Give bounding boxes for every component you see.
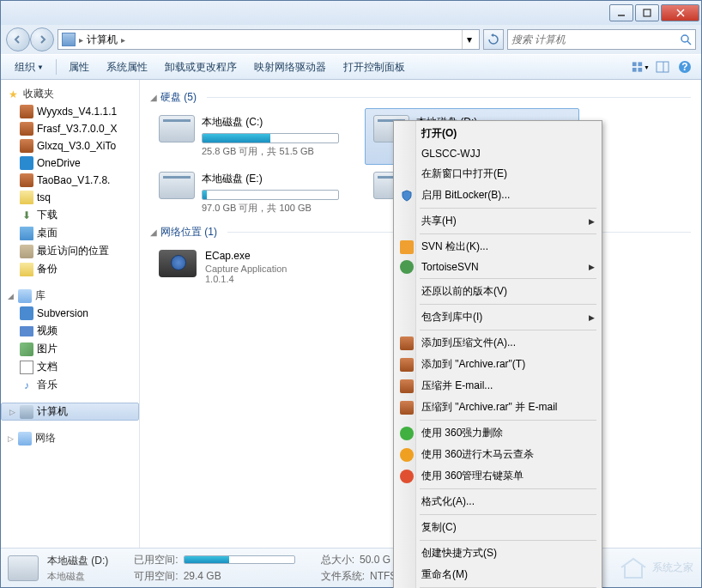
drive-item[interactable]: 本地磁盘 (E:) 97.0 GB 可用，共 100 GB: [150, 165, 365, 221]
map-drive-button[interactable]: 映射网络驱动器: [247, 57, 333, 78]
svg-text:?: ?: [681, 61, 687, 73]
context-menu-item[interactable]: 还原以前的版本(V): [396, 281, 600, 302]
menu-separator: [420, 514, 596, 515]
minimize-button[interactable]: [609, 4, 633, 21]
sidebar-fav-item[interactable]: OneDrive: [1, 155, 139, 172]
menu-item-label: 使用 360强力删除: [421, 426, 503, 440]
menu-separator: [420, 208, 596, 209]
breadcrumb-arrow[interactable]: ▸: [121, 35, 125, 45]
svg-rect-9: [638, 68, 642, 72]
chevron-down-icon: ◢: [150, 227, 157, 237]
submenu-arrow-icon: ▶: [589, 263, 595, 271]
sidebar-fav-item[interactable]: Glxzq_V3.0_XiTo: [1, 137, 139, 155]
context-menu-item[interactable]: 使用 360进行木马云查杀: [396, 444, 600, 465]
breadcrumb-computer[interactable]: 计算机: [87, 33, 118, 47]
svn-icon: [20, 306, 33, 320]
sidebar-computer[interactable]: ▷ 计算机: [1, 403, 139, 421]
control-panel-button[interactable]: 打开控制面板: [336, 57, 412, 78]
library-icon: [18, 289, 32, 303]
context-menu-item[interactable]: 添加到 "Archive.rar"(T): [396, 354, 600, 375]
address-dropdown[interactable]: ▾: [462, 30, 475, 49]
menu-item-label: SVN 检出(K)...: [421, 239, 488, 254]
sidebar-fav-item[interactable]: 备份: [1, 260, 139, 278]
tortoise-icon: [399, 259, 415, 275]
back-button[interactable]: [6, 27, 30, 52]
menu-item-label: 添加到 "Archive.rar"(T): [421, 357, 525, 372]
help-button[interactable]: ?: [675, 58, 694, 76]
sidebar-item-label: Frasf_V3.7.0.0_X: [37, 123, 117, 135]
svg-rect-6: [632, 62, 637, 66]
context-menu-item[interactable]: 打开(O): [396, 123, 600, 144]
doc-icon: [20, 361, 33, 374]
rar-icon: [20, 122, 33, 136]
sidebar-item-label: 视频: [37, 324, 57, 338]
drive-usage-bar: [202, 190, 339, 200]
context-menu-item[interactable]: 在新窗口中打开(E): [396, 163, 600, 185]
menu-item-label: 启用 BitLocker(B)...: [421, 188, 510, 203]
context-menu-item[interactable]: 使用 360管理右键菜单: [396, 465, 600, 487]
sidebar-fav-item[interactable]: Wyyxds_V4.1.1.1: [1, 103, 139, 120]
chevron-right-icon: ▷: [6, 434, 15, 443]
hdd-section-header[interactable]: ◢ 硬盘 (5): [150, 87, 691, 108]
star-icon: ★: [6, 88, 20, 101]
organize-menu[interactable]: 组织 ▼: [8, 57, 51, 78]
context-menu-item[interactable]: 添加到压缩文件(A)...: [396, 332, 600, 354]
menu-separator: [420, 233, 596, 234]
sidebar-fav-item[interactable]: 桌面: [1, 224, 139, 242]
sidebar-fav-item[interactable]: tsq: [1, 189, 139, 206]
camera-icon: [159, 250, 197, 277]
context-menu-item[interactable]: 创建快捷方式(S): [396, 543, 600, 564]
sidebar-fav-item[interactable]: 最近访问的位置: [1, 242, 139, 260]
shield-icon: [399, 188, 415, 203]
context-menu-item[interactable]: SVN 检出(K)...: [396, 236, 600, 258]
context-menu-item[interactable]: 重命名(M): [396, 564, 600, 585]
sidebar-item-label: 图片: [37, 342, 57, 356]
refresh-button[interactable]: [483, 29, 504, 50]
status-used-label: 已用空间:: [134, 553, 178, 567]
context-menu-item[interactable]: GLSCC-WJJ: [396, 144, 600, 163]
preview-pane-button[interactable]: [653, 58, 672, 76]
close-button[interactable]: [661, 4, 699, 21]
drive-icon: [159, 172, 195, 199]
favorites-header[interactable]: ★ 收藏夹: [1, 85, 139, 103]
sidebar-lib-item[interactable]: 视频: [1, 322, 139, 340]
sidebar-fav-item[interactable]: Frasf_V3.7.0.0_X: [1, 120, 139, 137]
sidebar-lib-item[interactable]: Subversion: [1, 305, 139, 322]
libraries-header[interactable]: ◢ 库: [1, 287, 139, 305]
search-input[interactable]: [511, 33, 676, 45]
context-menu-item[interactable]: 格式化(A)...: [396, 491, 600, 512]
folder-icon: [20, 263, 33, 276]
system-properties-button[interactable]: 系统属性: [100, 57, 154, 78]
context-menu-item[interactable]: 压缩到 "Archive.rar" 并 E-mail: [396, 397, 600, 418]
context-menu-item[interactable]: 压缩并 E-mail...: [396, 375, 600, 397]
sidebar-network[interactable]: ▷ 网络: [1, 429, 139, 447]
maximize-button[interactable]: [635, 4, 659, 21]
view-options-button[interactable]: ▼: [631, 58, 650, 76]
forward-button[interactable]: [30, 27, 54, 52]
menu-item-label: 创建快捷方式(S): [421, 546, 497, 561]
sidebar-lib-item[interactable]: 文档: [1, 358, 139, 376]
search-box[interactable]: [507, 29, 696, 50]
context-menu: 打开(O)GLSCC-WJJ在新窗口中打开(E)启用 BitLocker(B).…: [393, 120, 602, 588]
properties-button[interactable]: 属性: [62, 57, 96, 78]
submenu-arrow-icon: ▶: [589, 313, 595, 322]
context-menu-item[interactable]: 包含到库中(I)▶: [396, 306, 600, 328]
context-menu-item[interactable]: 共享(H)▶: [396, 210, 600, 232]
chevron-down-icon: ◢: [6, 292, 15, 300]
sidebar-fav-item[interactable]: ⬇下载: [1, 206, 139, 224]
sidebar-lib-item[interactable]: 图片: [1, 340, 139, 358]
menu-item-label: GLSCC-WJJ: [421, 148, 481, 160]
breadcrumb-arrow[interactable]: ▸: [79, 35, 83, 45]
context-menu-item[interactable]: 启用 BitLocker(B)...: [396, 185, 600, 206]
context-menu-item[interactable]: 复制(C): [396, 517, 600, 538]
status-usage-bar: [184, 555, 295, 564]
sidebar-lib-item[interactable]: ♪音乐: [1, 376, 139, 394]
menu-item-label: 压缩到 "Archive.rar" 并 E-mail: [421, 400, 558, 415]
sidebar-fav-item[interactable]: TaoBao_V1.7.8.: [1, 172, 139, 189]
address-input[interactable]: ▸ 计算机 ▸ ▾: [57, 29, 480, 50]
uninstall-button[interactable]: 卸载或更改程序: [158, 57, 244, 78]
drive-item[interactable]: 本地磁盘 (C:) 25.8 GB 可用，共 51.5 GB: [150, 108, 365, 165]
context-menu-item[interactable]: 使用 360强力删除: [396, 422, 600, 444]
svg-rect-1: [644, 9, 651, 16]
context-menu-item[interactable]: TortoiseSVN▶: [396, 258, 600, 276]
